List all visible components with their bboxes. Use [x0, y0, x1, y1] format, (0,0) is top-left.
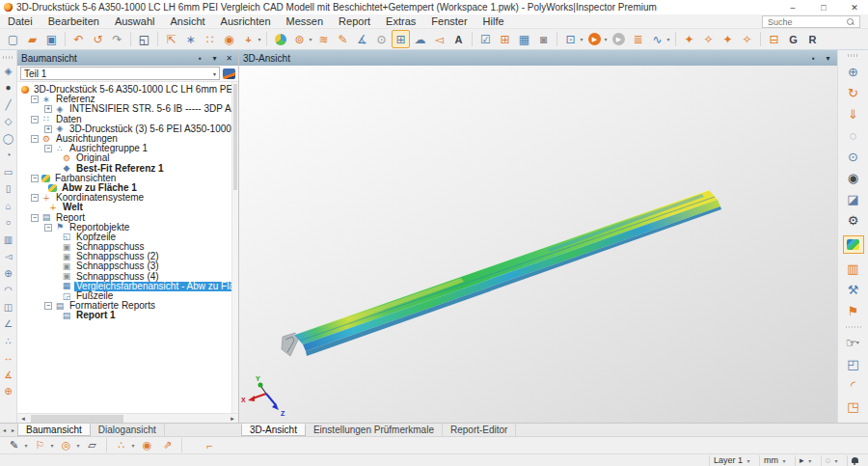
- menu-ansicht[interactable]: Ansicht: [170, 15, 204, 27]
- layer-selector[interactable]: Layer 1 ▾: [709, 455, 755, 466]
- pick-mode-icon[interactable]: ☞▾: [846, 337, 861, 349]
- tree-item-root[interactable]: 3D-Druckstück 5-6 A350-1000 LC LH 6mm PE…: [17, 85, 238, 95]
- workspace-manager-button[interactable]: ◱: [135, 30, 153, 48]
- color-map-button[interactable]: [843, 235, 864, 254]
- select-rect-icon[interactable]: ◳: [847, 400, 858, 413]
- circle-icon[interactable]: ◯: [3, 133, 14, 144]
- scrollbar-track[interactable]: [29, 415, 227, 423]
- paint-spray-button[interactable]: ⚐: [31, 438, 49, 453]
- probe-sheet-button[interactable]: ⊟: [765, 30, 783, 48]
- tree-item-reportobjekte[interactable]: − ⚑ Reportobjekte: [17, 223, 238, 233]
- pick-mode-dropdown-icon[interactable]: ▾: [854, 337, 860, 349]
- menu-ausrichten[interactable]: Ausrichten: [221, 15, 271, 27]
- text-label-button[interactable]: A: [449, 30, 468, 48]
- menu-report[interactable]: Report: [339, 15, 370, 27]
- menu-messen[interactable]: Messen: [286, 15, 324, 27]
- probe-tool-button[interactable]: ✎: [334, 30, 352, 48]
- expander-icon[interactable]: +: [44, 105, 52, 113]
- display-options-icon[interactable]: ⚙: [848, 214, 859, 227]
- grid-label-button[interactable]: G: [784, 30, 802, 48]
- pin-icon[interactable]: ▪: [808, 54, 819, 63]
- report-table-button[interactable]: ▦: [515, 30, 533, 48]
- tabs-scroll-right-icon[interactable]: ▸: [9, 424, 17, 436]
- vector-nav-button[interactable]: ⇗: [158, 438, 176, 453]
- comparison-point-icon[interactable]: ⊕: [4, 386, 12, 397]
- plane-icon[interactable]: ◇: [5, 116, 13, 126]
- toolbar-grip[interactable]: [3, 56, 14, 59]
- expander-icon[interactable]: −: [31, 135, 39, 143]
- menu-datei[interactable]: Datei: [8, 15, 33, 27]
- scrollbar-thumb[interactable]: [233, 84, 237, 190]
- scroll-right-icon[interactable]: ▸: [227, 415, 238, 423]
- tab-report-editor[interactable]: Report-Editor: [443, 424, 516, 436]
- tab-dialogansicht[interactable]: Dialogansicht: [91, 424, 165, 436]
- scrollbar-thumb[interactable]: [31, 415, 123, 423]
- expander-icon[interactable]: −: [31, 175, 39, 182]
- tab-einstellungen-pruefmerkmale[interactable]: Einstellungen Prüfmerkmale: [306, 424, 443, 436]
- point-cloud-icon[interactable]: ∴: [5, 336, 11, 346]
- surface-icon[interactable]: ◠: [4, 285, 13, 295]
- tree-item-koordinatensysteme[interactable]: − ∔ Koordinatensysteme: [17, 193, 238, 203]
- ellipse-icon[interactable]: ○: [5, 217, 11, 228]
- best-fit-alignment-button[interactable]: ◉: [220, 30, 238, 48]
- probe-position-button[interactable]: ◎: [57, 438, 75, 453]
- rotate-view-icon[interactable]: ↻: [848, 87, 858, 99]
- expander-icon[interactable]: −: [44, 302, 52, 310]
- undo-multiple-button[interactable]: ↺: [89, 30, 107, 48]
- cloud-data-button[interactable]: ☁: [411, 30, 429, 48]
- save-button[interactable]: ▣: [42, 30, 61, 48]
- rectangle-icon[interactable]: ▯: [6, 183, 12, 194]
- probe-signal-button[interactable]: ◅: [430, 30, 448, 48]
- chevron-down-icon[interactable]: ▾: [209, 54, 220, 63]
- probe-target-4-button[interactable]: ✧: [738, 30, 756, 48]
- polygon-icon[interactable]: ⌂: [5, 201, 11, 211]
- angle-icon[interactable]: ∡: [4, 370, 13, 380]
- viewport-scene[interactable]: X Y Z: [239, 66, 837, 423]
- tree-item-vergleichsfarbenansicht[interactable]: ▦ Vergleichsfarbenansicht - Abw zu Fläch…: [17, 282, 238, 291]
- expander-icon[interactable]: −: [31, 96, 39, 103]
- expander-icon[interactable]: +: [44, 125, 52, 133]
- visibility-eye-icon[interactable]: ◉: [848, 172, 858, 184]
- sphere-icon[interactable]: ⊕: [4, 268, 12, 279]
- color-sphere-button[interactable]: [271, 30, 289, 48]
- undo-button[interactable]: ↶: [69, 30, 88, 48]
- gauge-tool-button[interactable]: ∡: [353, 30, 371, 48]
- deviation-comb-button[interactable]: ≋: [314, 30, 333, 48]
- feature-vector-icon[interactable]: ◈: [5, 66, 13, 76]
- robot-arm-button[interactable]: ⌐: [201, 438, 219, 453]
- open-folder-button[interactable]: ▰: [23, 30, 41, 48]
- menu-fenster[interactable]: Fenster: [431, 15, 467, 27]
- probe-position-dropdown-icon[interactable]: ▾: [75, 442, 81, 449]
- align-features-button[interactable]: ∗: [181, 30, 200, 48]
- import-objects-button[interactable]: ⇱: [162, 30, 180, 48]
- scan-to-cad-button[interactable]: ⊚: [290, 30, 309, 48]
- measurement-dialog-button[interactable]: ⊞: [392, 30, 410, 48]
- cone-icon[interactable]: ◅: [5, 251, 13, 261]
- probe-device-button[interactable]: ✎: [5, 438, 23, 453]
- play-disabled-button[interactable]: ▶: [610, 30, 628, 48]
- toolbar-grip[interactable]: [848, 54, 859, 57]
- pin-icon[interactable]: ▪: [195, 54, 205, 63]
- zoom-window-icon[interactable]: ◌: [850, 129, 857, 142]
- search-icon[interactable]: [847, 18, 854, 25]
- probe-target-3-button[interactable]: ✦: [719, 30, 737, 48]
- polyline-icon[interactable]: ∠: [4, 318, 13, 329]
- notifications[interactable]: [847, 455, 862, 466]
- pan-zoom-icon[interactable]: ⊕: [848, 66, 858, 78]
- zoom-dynamic-icon[interactable]: ⊙: [848, 151, 858, 163]
- certify-target-button[interactable]: ◉: [138, 438, 156, 453]
- minimize-button[interactable]: –: [779, 0, 806, 14]
- search-input[interactable]: [766, 16, 847, 28]
- cylinder-icon[interactable]: ▥: [4, 234, 13, 245]
- scroll-left-icon[interactable]: ◂: [17, 415, 29, 423]
- zoom-tool-button[interactable]: ⊙: [372, 30, 391, 48]
- expander-icon[interactable]: −: [44, 224, 52, 232]
- part-selector[interactable]: Teil 1 ▾: [20, 67, 220, 80]
- sphere-targets-dropdown-icon[interactable]: ▾: [130, 442, 136, 449]
- arc-icon[interactable]: ◔: [5, 150, 11, 160]
- tab-baumansicht[interactable]: Baumansicht: [17, 424, 91, 436]
- expander-icon[interactable]: −: [31, 214, 39, 222]
- view-orientation-selector[interactable]: ◌ ▾: [821, 455, 843, 466]
- report-item-button[interactable]: ⊡: [561, 30, 580, 48]
- tree-item-report-1[interactable]: ▤ Report 1: [17, 311, 238, 320]
